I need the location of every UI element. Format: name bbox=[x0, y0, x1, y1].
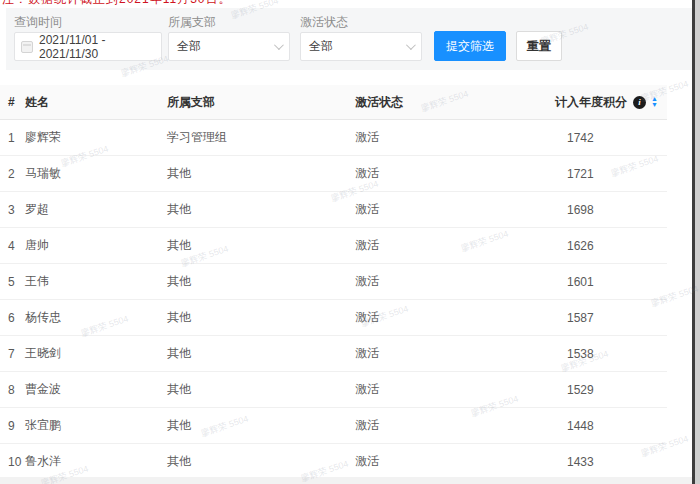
chevron-down-icon bbox=[406, 40, 416, 50]
status-select[interactable]: 全部 bbox=[300, 32, 422, 61]
cell-status: 激活 bbox=[355, 165, 555, 182]
cell-index: 3 bbox=[0, 203, 25, 217]
cell-status: 激活 bbox=[355, 309, 555, 326]
table-row: 8 曹金波 其他 激活 1529 bbox=[0, 372, 667, 408]
cell-score: 1721 bbox=[555, 167, 667, 181]
cell-index: 10 bbox=[0, 455, 25, 469]
col-header-index: # bbox=[0, 95, 25, 109]
cell-branch: 其他 bbox=[167, 273, 355, 290]
table-row: 4 唐帅 其他 激活 1626 bbox=[0, 228, 667, 264]
cell-branch: 其他 bbox=[167, 381, 355, 398]
caret-down-icon: ▼ bbox=[651, 102, 658, 108]
cell-branch: 其他 bbox=[167, 417, 355, 434]
cell-status: 激活 bbox=[355, 453, 555, 470]
cell-score: 1529 bbox=[555, 383, 667, 397]
cell-branch: 学习管理组 bbox=[167, 129, 355, 146]
cell-score: 1587 bbox=[555, 311, 667, 325]
cell-branch: 其他 bbox=[167, 201, 355, 218]
cell-name: 张宜鹏 bbox=[25, 417, 167, 434]
table-row: 6 杨传忠 其他 激活 1587 bbox=[0, 300, 667, 336]
cell-name: 马瑞敏 bbox=[25, 165, 167, 182]
score-header-label: 计入年度积分 bbox=[555, 94, 627, 111]
reset-button[interactable]: 重置 bbox=[516, 31, 562, 61]
cell-branch: 其他 bbox=[167, 165, 355, 182]
cell-name: 杨传忠 bbox=[25, 309, 167, 326]
cell-index: 8 bbox=[0, 383, 25, 397]
chevron-down-icon bbox=[274, 40, 284, 50]
calendar-icon bbox=[21, 41, 33, 53]
filter-panel: 查询时间 所属支部 激活状态 2021/11/01 - 2021/11/30 全… bbox=[6, 8, 692, 70]
cell-status: 激活 bbox=[355, 345, 555, 362]
cell-name: 罗超 bbox=[25, 201, 167, 218]
table-row: 5 王伟 其他 激活 1601 bbox=[0, 264, 667, 300]
info-icon[interactable]: i bbox=[633, 96, 646, 109]
cell-status: 激活 bbox=[355, 417, 555, 434]
cell-status: 激活 bbox=[355, 129, 555, 146]
submit-filter-button[interactable]: 提交筛选 bbox=[434, 31, 506, 61]
cell-name: 廖辉荣 bbox=[25, 129, 167, 146]
col-header-branch: 所属支部 bbox=[167, 94, 355, 111]
cell-index: 6 bbox=[0, 311, 25, 325]
data-note-text: 注：数据统计截止到2021年11月30日。 bbox=[2, 0, 422, 6]
branch-filter-label: 所属支部 bbox=[168, 14, 216, 31]
cell-score: 1626 bbox=[555, 239, 667, 253]
window-edge-margin bbox=[695, 0, 700, 484]
branch-select-value: 全部 bbox=[177, 38, 201, 55]
bottom-strip bbox=[0, 477, 692, 484]
cell-status: 激活 bbox=[355, 237, 555, 254]
cell-score: 1742 bbox=[555, 131, 667, 145]
col-header-score: 计入年度积分 i ▲ ▼ bbox=[555, 94, 667, 111]
cell-status: 激活 bbox=[355, 201, 555, 218]
cell-branch: 其他 bbox=[167, 345, 355, 362]
cell-score: 1601 bbox=[555, 275, 667, 289]
table-header-row: # 姓名 所属支部 激活状态 计入年度积分 i ▲ ▼ bbox=[0, 85, 667, 120]
cell-branch: 其他 bbox=[167, 237, 355, 254]
date-range-input[interactable]: 2021/11/01 - 2021/11/30 bbox=[14, 32, 162, 61]
cell-name: 唐帅 bbox=[25, 237, 167, 254]
cell-status: 激活 bbox=[355, 381, 555, 398]
cell-index: 2 bbox=[0, 167, 25, 181]
cell-name: 王伟 bbox=[25, 273, 167, 290]
status-select-value: 全部 bbox=[309, 38, 333, 55]
cell-score: 1698 bbox=[555, 203, 667, 217]
status-filter-label: 激活状态 bbox=[300, 14, 348, 31]
cell-index: 9 bbox=[0, 419, 25, 433]
col-header-name: 姓名 bbox=[25, 94, 167, 111]
cell-score: 1433 bbox=[555, 455, 667, 469]
cell-status: 激活 bbox=[355, 273, 555, 290]
cell-name: 曹金波 bbox=[25, 381, 167, 398]
score-table: # 姓名 所属支部 激活状态 计入年度积分 i ▲ ▼ 1 廖辉荣 学习管理组 … bbox=[0, 85, 667, 480]
sort-toggle[interactable]: ▲ ▼ bbox=[651, 96, 658, 108]
cell-index: 1 bbox=[0, 131, 25, 145]
table-row: 2 马瑞敏 其他 激活 1721 bbox=[0, 156, 667, 192]
cell-index: 5 bbox=[0, 275, 25, 289]
cell-index: 7 bbox=[0, 347, 25, 361]
date-filter-label: 查询时间 bbox=[14, 14, 62, 31]
top-note-clipped: 注：数据统计截止到2021年11月30日。 bbox=[2, 0, 422, 7]
cell-score: 1538 bbox=[555, 347, 667, 361]
branch-select[interactable]: 全部 bbox=[168, 32, 290, 61]
table-row: 10 鲁水洋 其他 激活 1433 bbox=[0, 444, 667, 480]
table-row: 1 廖辉荣 学习管理组 激活 1742 bbox=[0, 120, 667, 156]
cell-score: 1448 bbox=[555, 419, 667, 433]
table-row: 7 王晓剑 其他 激活 1538 bbox=[0, 336, 667, 372]
cell-branch: 其他 bbox=[167, 309, 355, 326]
table-row: 9 张宜鹏 其他 激活 1448 bbox=[0, 408, 667, 444]
cell-name: 鲁水洋 bbox=[25, 453, 167, 470]
col-header-status: 激活状态 bbox=[355, 94, 555, 111]
cell-branch: 其他 bbox=[167, 453, 355, 470]
table-body: 1 廖辉荣 学习管理组 激活 1742 2 马瑞敏 其他 激活 1721 3 罗… bbox=[0, 120, 667, 480]
cell-index: 4 bbox=[0, 239, 25, 253]
table-row: 3 罗超 其他 激活 1698 bbox=[0, 192, 667, 228]
cell-name: 王晓剑 bbox=[25, 345, 167, 362]
date-range-value: 2021/11/01 - 2021/11/30 bbox=[39, 33, 155, 61]
